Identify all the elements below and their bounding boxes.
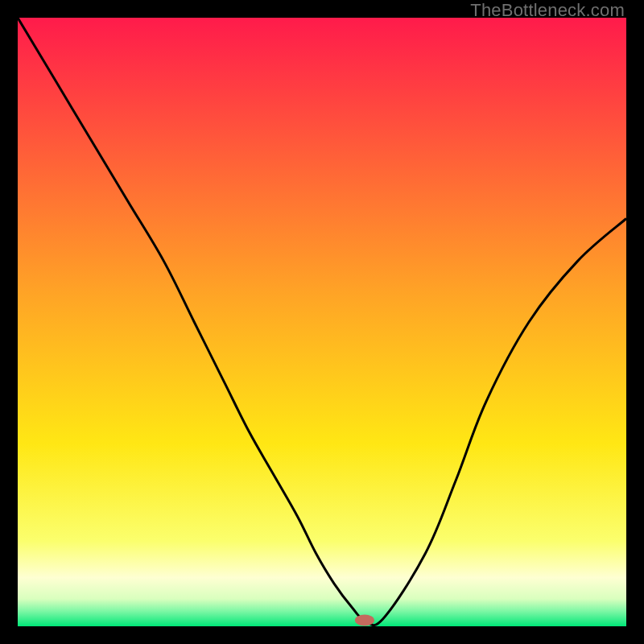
chart-svg [18,18,626,626]
chart-background [18,18,626,626]
watermark-text: TheBottleneck.com [470,0,625,21]
chart-plot-area [18,18,626,626]
bottleneck-marker [355,614,374,625]
chart-frame: TheBottleneck.com [0,0,644,644]
